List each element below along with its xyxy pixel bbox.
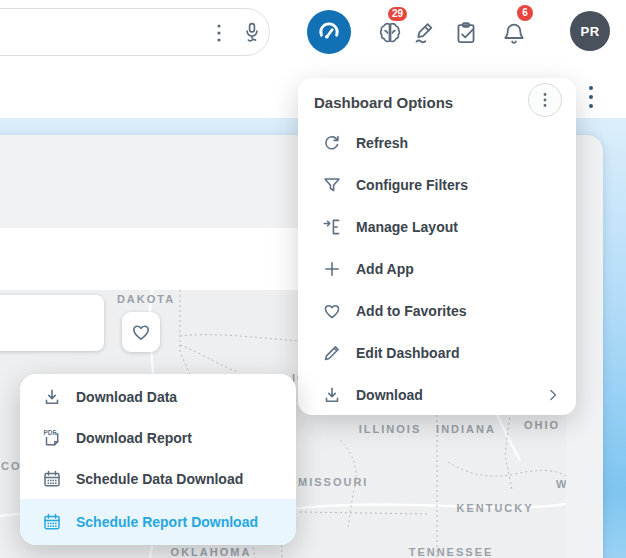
dashboard-options-menu: Dashboard Options Refresh <box>298 78 576 415</box>
signature-pen-icon <box>411 20 437 46</box>
menu-item-label: Manage Layout <box>356 219 458 235</box>
avatar[interactable]: PR <box>570 11 610 51</box>
notifications-bell-button[interactable] <box>501 20 527 48</box>
chevron-right-icon <box>546 388 560 402</box>
menu-item-download[interactable]: Download <box>298 374 576 416</box>
filter-icon <box>322 175 342 195</box>
svg-text:PDF: PDF <box>44 429 57 436</box>
download-icon <box>322 385 342 405</box>
map-label: OKLAHOMA <box>171 546 252 558</box>
map-label: ILLINOIS <box>359 423 421 435</box>
bell-icon <box>501 21 527 47</box>
map-label: OHIO <box>524 419 560 431</box>
submenu-item-label: Download Report <box>76 430 192 446</box>
menu-item-list: Refresh Configure Filters Manage La <box>298 122 576 416</box>
search-input[interactable] <box>0 8 270 56</box>
plus-icon <box>322 259 342 279</box>
submenu-item-download-data[interactable]: Download Data <box>20 376 296 417</box>
search-kebab-icon[interactable] <box>211 23 227 43</box>
menu-item-manage-layout[interactable]: Manage Layout <box>298 206 576 248</box>
submenu-item-label: Download Data <box>76 389 177 405</box>
menu-item-label: Configure Filters <box>356 177 468 193</box>
submenu-item-label: Schedule Report Download <box>76 514 258 530</box>
menu-title: Dashboard Options <box>314 94 453 111</box>
brain-button[interactable] <box>377 20 403 46</box>
map-label: MISSOURI <box>298 476 368 488</box>
menu-item-edit-dashboard[interactable]: Edit Dashboard <box>298 332 576 374</box>
pdf-icon: PDF <box>42 428 62 448</box>
heart-icon <box>322 301 342 321</box>
clipboard-check-icon <box>453 20 479 46</box>
brain-badge: 29 <box>388 7 407 21</box>
bell-badge: 6 <box>517 5 533 21</box>
top-bar: 29 <box>0 0 626 66</box>
download-submenu: Download Data PDF Download Report <box>20 374 296 545</box>
page-options-kebab-icon[interactable] <box>584 84 598 110</box>
map-label: DAKOTA <box>117 293 175 305</box>
tasks-clipboard-button[interactable] <box>453 20 479 46</box>
app-screen: DAKOTA IOWA ILLINOIS INDIANA OHIO MISSOU… <box>0 0 626 558</box>
gauge-icon <box>316 19 342 45</box>
map-label: W <box>556 478 566 490</box>
submenu-item-schedule-data-download[interactable]: Schedule Data Download <box>20 458 296 499</box>
signature-pen-button[interactable] <box>411 20 437 46</box>
map-label: INDIANA <box>436 423 496 435</box>
download-icon <box>42 387 62 407</box>
menu-item-add-app[interactable]: Add App <box>298 248 576 290</box>
microphone-icon[interactable] <box>240 20 264 44</box>
menu-item-label: Edit Dashboard <box>356 345 459 361</box>
dashboard-gauge-button[interactable] <box>307 10 351 54</box>
map-label: KENTUCKY <box>456 502 533 514</box>
menu-item-configure-filters[interactable]: Configure Filters <box>298 164 576 206</box>
menu-item-label: Add App <box>356 261 414 277</box>
map-search-box[interactable] <box>0 295 104 351</box>
brain-icon <box>377 20 403 46</box>
map-label: TENNESSEE <box>409 546 494 558</box>
submenu-item-download-report[interactable]: PDF Download Report <box>20 417 296 458</box>
kebab-icon <box>539 92 551 108</box>
menu-kebab-button[interactable] <box>528 83 562 117</box>
heart-icon <box>130 321 152 343</box>
menu-item-add-to-favorites[interactable]: Add to Favorites <box>298 290 576 332</box>
submenu-item-schedule-report-download[interactable]: Schedule Report Download <box>20 499 296 545</box>
menu-item-label: Download <box>356 387 423 403</box>
calendar-icon <box>42 469 62 489</box>
map-favorite-button[interactable] <box>122 312 160 352</box>
submenu-item-label: Schedule Data Download <box>76 471 243 487</box>
calendar-icon <box>42 512 62 532</box>
refresh-icon <box>322 133 342 153</box>
menu-item-label: Add to Favorites <box>356 303 466 319</box>
pencil-icon <box>322 343 342 363</box>
menu-item-label: Refresh <box>356 135 408 151</box>
menu-item-refresh[interactable]: Refresh <box>298 122 576 164</box>
manage-layout-icon <box>322 217 342 237</box>
